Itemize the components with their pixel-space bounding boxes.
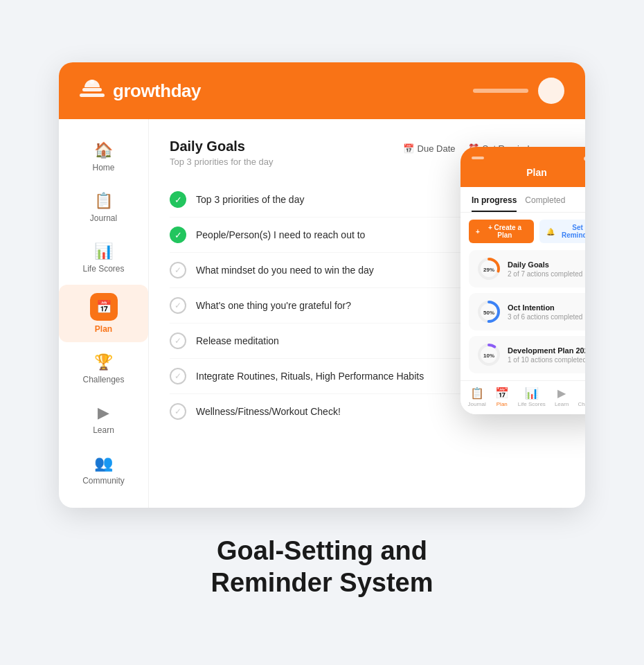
- goal-text: What's one thing you're grateful for?: [196, 300, 351, 311]
- due-date-label: Due Date: [418, 143, 456, 154]
- sidebar-item-home[interactable]: 🏠 Home: [59, 133, 148, 181]
- svg-rect-1: [82, 88, 102, 91]
- check-filled-icon: ✓: [170, 227, 186, 243]
- check-outline-icon: ✓: [170, 332, 186, 349]
- phone-nav-journal[interactable]: 📋 Journal: [468, 387, 486, 407]
- check-filled-icon: ✓: [170, 191, 186, 208]
- goal-text: People/Person(s) I need to reach out to: [196, 229, 365, 240]
- svg-text:10%: 10%: [483, 353, 494, 359]
- phone-header: Plan: [460, 147, 585, 187]
- header-right: [473, 78, 564, 104]
- svg-point-2: [90, 80, 94, 84]
- tab-completed[interactable]: Completed: [525, 195, 565, 212]
- phone-nav-challenges-icon: 🏆: [584, 387, 585, 400]
- svg-text:29%: 29%: [483, 267, 494, 273]
- sidebar-label-lifescores: Life Scores: [82, 264, 124, 274]
- phone-nav-journal-icon: 📋: [470, 387, 484, 400]
- phone-nav-journal-label: Journal: [468, 401, 486, 407]
- plan-card-daily[interactable]: 29% Daily Goals 2 of 7 actions completed: [469, 250, 585, 287]
- phone-nav-lifescores-icon: 📊: [525, 387, 539, 400]
- sidebar-item-learn[interactable]: ▶ Learn: [59, 396, 148, 443]
- home-icon: 🏠: [94, 141, 113, 159]
- phone-plan-list: 29% Daily Goals 2 of 7 actions completed…: [460, 250, 585, 380]
- create-plan-label: + Create a Plan: [483, 224, 527, 239]
- goal-text: Wellness/Fitness/Workout Check!: [196, 406, 341, 417]
- due-date-action[interactable]: 📅 Due Date: [403, 143, 456, 154]
- check-outline-icon: ✓: [170, 262, 186, 278]
- phone-notch-dot: [472, 157, 484, 159]
- phone-notch: [472, 157, 585, 161]
- app-body: 🏠 Home 📋 Journal 📊 Life Scores 📅 Plan 🏆 …: [59, 119, 585, 508]
- sidebar-item-challenges[interactable]: 🏆 Challenges: [59, 345, 148, 393]
- svg-rect-0: [80, 94, 105, 97]
- plan-card-dev[interactable]: 10% Development Plan 2023 1 of 10 action…: [469, 336, 585, 373]
- check-outline-icon: ✓: [170, 368, 186, 384]
- plan-card-oct[interactable]: 50% Oct Intention 3 of 6 actions complet…: [469, 293, 585, 330]
- phone-bottom-nav: 📋 Journal 📅 Plan 📊 Life Scores ▶ Learn: [460, 380, 585, 414]
- phone-nav-challenges-label: Challenges: [578, 401, 585, 407]
- set-reminder-btn-label: Set Reminder: [557, 224, 585, 239]
- phone-title: Plan: [526, 167, 547, 178]
- phone-actions: + + Create a Plan 🔔 Set Reminder: [460, 213, 585, 250]
- logo-icon: [80, 78, 105, 103]
- goal-text: Release meditation: [196, 335, 279, 346]
- sidebar-label-home: Home: [92, 163, 114, 172]
- create-plan-button[interactable]: + + Create a Plan: [469, 220, 534, 243]
- bottom-title-line2: Reminder System: [211, 567, 433, 599]
- phone-nav-plan-label: Plan: [497, 401, 508, 407]
- goal-text: Top 3 priorities of the day: [196, 194, 304, 205]
- plan-icon: 📅: [90, 293, 118, 321]
- page-bottom-title: Goal-Setting and Reminder System: [197, 508, 447, 612]
- app-card: growthday 🏠 Home 📋 Journal 📊 Life Scores: [59, 62, 585, 508]
- progress-circle-oct: 50%: [477, 300, 501, 323]
- header-line-icon: [473, 89, 528, 93]
- sidebar-item-community[interactable]: 👥 Community: [59, 446, 148, 494]
- goal-text: Integrate Routines, Rituals, High Perfor…: [196, 371, 424, 382]
- check-outline-icon: ✓: [170, 403, 186, 420]
- journal-icon: 📋: [94, 192, 113, 210]
- app-logo: growthday: [80, 78, 201, 103]
- goal-text: What mindset do you need to win the day: [196, 265, 374, 276]
- phone-nav-challenges[interactable]: 🏆 Challenges: [578, 387, 585, 407]
- header-avatar: [538, 78, 564, 104]
- progress-circle-daily: 29%: [477, 257, 501, 281]
- sidebar-label-community: Community: [82, 476, 125, 486]
- plan-sub-oct: 3 of 6 actions completed: [508, 313, 582, 321]
- calendar-icon: 📅: [403, 143, 414, 154]
- sidebar-label-plan: Plan: [95, 324, 112, 334]
- progress-circle-dev: 10%: [477, 343, 501, 366]
- plan-info-dev: Development Plan 2023 1 of 10 actions co…: [508, 346, 585, 364]
- sidebar-item-journal[interactable]: 📋 Journal: [59, 184, 148, 231]
- plan-name-daily: Daily Goals: [508, 260, 582, 269]
- sidebar-item-plan[interactable]: 📅 Plan: [59, 285, 148, 342]
- plan-sub-dev: 1 of 10 actions completed: [508, 356, 585, 364]
- community-icon: 👥: [94, 454, 113, 472]
- main-content: Daily Goals Top 3 priorities for the day…: [149, 119, 585, 508]
- phone-nav-plan[interactable]: 📅 Plan: [495, 387, 509, 407]
- sidebar: 🏠 Home 📋 Journal 📊 Life Scores 📅 Plan 🏆 …: [59, 119, 149, 508]
- check-outline-icon: ✓: [170, 297, 186, 314]
- lifescores-icon: 📊: [94, 242, 113, 260]
- phone-nav-lifescores-label: Life Scores: [518, 401, 546, 407]
- page-title: Daily Goals: [170, 139, 274, 154]
- plan-info-daily: Daily Goals 2 of 7 actions completed: [508, 260, 582, 278]
- challenges-icon: 🏆: [94, 353, 113, 371]
- svg-text:50%: 50%: [483, 310, 494, 316]
- phone-tabs: In progress Completed: [460, 187, 585, 213]
- tab-in-progress[interactable]: In progress: [472, 195, 517, 212]
- set-reminder-button[interactable]: 🔔 Set Reminder: [539, 220, 585, 243]
- page-subtitle: Top 3 priorities for the day: [170, 157, 274, 167]
- phone-nav-plan-icon: 📅: [495, 387, 509, 400]
- app-title: growthday: [113, 80, 201, 102]
- sidebar-label-learn: Learn: [93, 425, 114, 435]
- bell-icon: 🔔: [546, 228, 555, 236]
- sidebar-label-challenges: Challenges: [82, 375, 124, 384]
- phone-nav-learn[interactable]: ▶ Learn: [555, 387, 569, 407]
- plan-name-oct: Oct Intention: [508, 303, 582, 312]
- phone-nav-learn-icon: ▶: [557, 387, 566, 400]
- phone-nav-learn-label: Learn: [555, 401, 569, 407]
- phone-nav-lifescores[interactable]: 📊 Life Scores: [518, 387, 546, 407]
- content-title-block: Daily Goals Top 3 priorities for the day: [170, 139, 274, 167]
- phone-mockup: Plan In progress Completed + + Create a …: [460, 147, 585, 414]
- sidebar-item-lifescores[interactable]: 📊 Life Scores: [59, 234, 148, 282]
